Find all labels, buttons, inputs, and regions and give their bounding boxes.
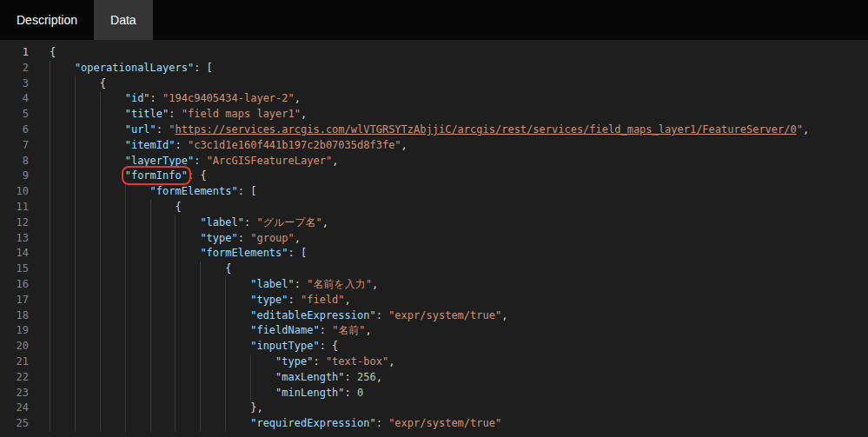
line-number[interactable]: 3 xyxy=(0,76,40,92)
code-line[interactable]: { xyxy=(50,76,868,92)
line-numbers: 1234567891011121314151617181920212223242… xyxy=(0,45,40,437)
line-number[interactable]: 7 xyxy=(0,138,40,154)
line-number[interactable]: 11 xyxy=(0,200,40,215)
item-data-view: Description Data 12345678910111213141516… xyxy=(0,0,868,437)
forminfo-highlight-annotation: "formInfo" xyxy=(125,169,188,182)
line-number[interactable]: 15 xyxy=(0,262,40,277)
line-number[interactable]: 10 xyxy=(0,184,40,200)
line-number[interactable]: 5 xyxy=(0,107,40,122)
url-link[interactable]: https://services.arcgis.com/wlVTGRSYTzAb… xyxy=(176,123,797,136)
line-number[interactable]: 24 xyxy=(0,401,40,416)
tab-description[interactable]: Description xyxy=(0,0,94,40)
code-line[interactable]: "minLength": 0 xyxy=(50,386,868,401)
code-lines[interactable]: {"operationalLayers": [{"id": "194c94054… xyxy=(40,45,868,437)
json-code-editor: 1234567891011121314151617181920212223242… xyxy=(0,40,868,437)
tab-data[interactable]: Data xyxy=(94,0,153,40)
code-line[interactable]: "type": "field", xyxy=(50,293,868,308)
code-line[interactable]: "itemId": "c3c1d1e160f441b197c2b07035d8f… xyxy=(50,138,868,154)
code-line[interactable]: "formInfo": { xyxy=(50,169,868,184)
code-line[interactable]: { xyxy=(50,262,868,277)
code-line[interactable]: "label": "名前を入力", xyxy=(50,277,868,293)
code-line[interactable]: "formElements": [ xyxy=(50,184,868,200)
code-line[interactable]: "fieldName": "名前", xyxy=(50,323,868,339)
line-number[interactable]: 12 xyxy=(0,215,40,231)
code-line[interactable]: "operationalLayers": [ xyxy=(50,61,868,76)
code-line[interactable]: "layerType": "ArcGISFeatureLayer", xyxy=(50,154,868,169)
line-number[interactable]: 1 xyxy=(0,45,40,61)
code-line[interactable]: "editableExpression": "expr/system/true"… xyxy=(50,308,868,324)
tab-bar: Description Data xyxy=(0,0,868,40)
line-number[interactable]: 9 xyxy=(0,169,40,184)
code-line[interactable]: "type": "text-box", xyxy=(50,354,868,370)
code-line[interactable]: "maxLength": 256, xyxy=(50,370,868,386)
code-line[interactable]: "url": "https://services.arcgis.com/wlVT… xyxy=(50,122,868,138)
line-number[interactable]: 25 xyxy=(0,416,40,432)
line-number[interactable]: 13 xyxy=(0,231,40,247)
code-line[interactable]: "label": "グループ名", xyxy=(50,215,868,231)
line-number[interactable]: 16 xyxy=(0,277,40,293)
code-line[interactable]: "inputType": { xyxy=(50,339,868,354)
code-line[interactable]: { xyxy=(50,45,868,61)
line-number[interactable]: 17 xyxy=(0,293,40,308)
line-number[interactable]: 4 xyxy=(0,91,40,107)
line-number[interactable]: 2 xyxy=(0,61,40,76)
line-number[interactable]: 21 xyxy=(0,354,40,370)
line-number[interactable]: 14 xyxy=(0,246,40,262)
line-number[interactable]: 8 xyxy=(0,154,40,169)
code-line[interactable]: "title": "field maps layer1", xyxy=(50,107,868,122)
line-number[interactable]: 19 xyxy=(0,323,40,339)
line-number[interactable]: 6 xyxy=(0,122,40,138)
code-line[interactable]: "id": "194c9405434-layer-2", xyxy=(50,91,868,107)
code-line[interactable]: "type": "group", xyxy=(50,231,868,247)
code-line[interactable]: }, xyxy=(50,401,868,416)
line-number[interactable]: 23 xyxy=(0,386,40,401)
line-number[interactable]: 18 xyxy=(0,308,40,324)
code-line[interactable]: { xyxy=(50,200,868,215)
code-line[interactable]: "formElements": [ xyxy=(50,246,868,262)
line-number[interactable]: 20 xyxy=(0,339,40,354)
code-line[interactable]: "requiredExpression": "expr/system/true" xyxy=(50,416,868,432)
line-number[interactable]: 22 xyxy=(0,370,40,386)
